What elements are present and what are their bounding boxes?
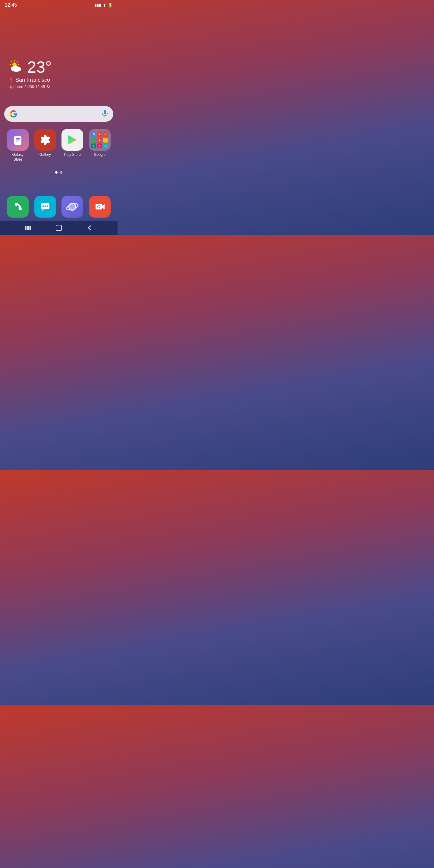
dock-item-internet[interactable]: [60, 196, 85, 219]
svg-point-28: [69, 204, 75, 210]
dock-item-messages[interactable]: [33, 196, 58, 219]
partly-cloudy-svg: [8, 60, 24, 72]
page-indicators: [0, 171, 118, 174]
back-button[interactable]: [84, 222, 96, 233]
svg-rect-35: [28, 226, 30, 230]
weather-condition-icon: [8, 60, 24, 74]
messages-icon: [34, 196, 56, 218]
svg-rect-33: [25, 226, 26, 230]
dock-item-screen-recorder[interactable]: [87, 196, 112, 219]
play-store-icon: [61, 129, 83, 151]
phone-icon: [7, 196, 29, 218]
google-folder-label: Google: [94, 153, 105, 157]
navigation-bar: [0, 221, 118, 235]
signal-icon: ▮▮▮: [95, 3, 101, 7]
google-logo: [9, 110, 18, 119]
google-search-bar[interactable]: [4, 106, 113, 122]
battery-icon: 🔋: [108, 3, 113, 7]
svg-point-32: [98, 206, 100, 208]
svg-rect-37: [56, 225, 61, 230]
page-dot-1[interactable]: [55, 171, 58, 174]
internet-icon: [61, 196, 83, 218]
google-folder-icon: G ● M 📍 ▶ △ D ▶ M: [89, 129, 111, 151]
galaxy-store-label: GalaxyStore: [12, 153, 24, 162]
weather-location: 📍 San Francisco: [8, 77, 52, 83]
svg-rect-34: [27, 226, 28, 230]
svg-line-5: [11, 61, 12, 62]
app-item-play-store[interactable]: Play Store: [60, 129, 85, 162]
recent-apps-button[interactable]: [22, 222, 34, 233]
app-row-1: GalaxyStore Gallery: [4, 129, 113, 162]
gallery-icon: [34, 129, 56, 151]
google-g-svg: [10, 110, 18, 118]
svg-line-7: [17, 61, 18, 62]
time-display: 12:45: [5, 2, 17, 8]
app-item-galaxy-store[interactable]: GalaxyStore: [5, 129, 30, 162]
svg-point-25: [46, 206, 48, 207]
screen-recorder-icon: [89, 196, 111, 218]
status-icons: ▮▮▮ ⬆ 🔋: [95, 3, 113, 7]
weather-updated-time: Updated 24/09 12:45 ↻: [8, 84, 52, 89]
svg-point-12: [13, 65, 18, 70]
mic-icon[interactable]: [101, 110, 108, 118]
location-pin-icon: 📍: [8, 78, 14, 83]
status-bar: 12:45 ▮▮▮ ⬆ 🔋: [0, 0, 118, 9]
app-item-google-folder[interactable]: G ● M 📍 ▶ △ D ▶ M: [87, 129, 112, 162]
gallery-label: Gallery: [39, 153, 51, 157]
wifi-icon: ⬆: [103, 3, 106, 7]
svg-point-24: [44, 206, 46, 207]
refresh-icon[interactable]: ↻: [47, 84, 50, 89]
svg-point-21: [43, 138, 47, 142]
page-dot-2[interactable]: [60, 171, 62, 174]
play-store-label: Play Store: [64, 153, 81, 157]
weather-temperature: 23°: [27, 59, 52, 75]
home-button[interactable]: [53, 222, 65, 233]
weather-widget[interactable]: 23° 📍 San Francisco Updated 24/09 12:45 …: [8, 59, 52, 89]
app-dock: [0, 196, 118, 219]
galaxy-store-icon: [7, 129, 29, 151]
svg-rect-13: [14, 136, 22, 145]
dock-item-phone[interactable]: [5, 196, 30, 219]
svg-rect-36: [30, 226, 31, 230]
svg-point-14: [17, 136, 19, 137]
app-item-gallery[interactable]: Gallery: [33, 129, 58, 162]
app-grid: GalaxyStore Gallery: [0, 129, 118, 165]
svg-point-23: [42, 206, 44, 207]
